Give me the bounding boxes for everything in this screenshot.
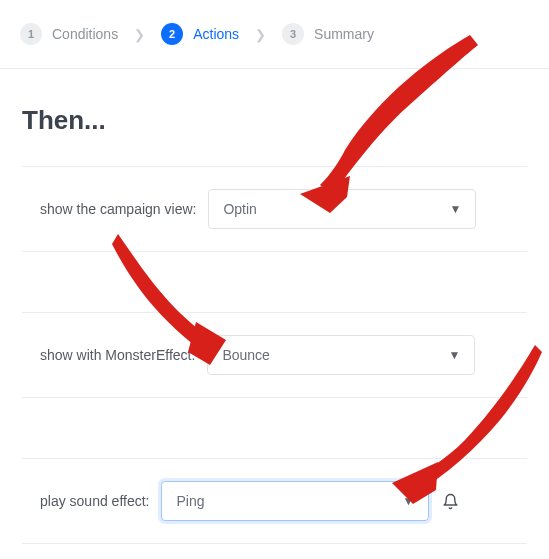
select-value: Ping	[176, 493, 204, 509]
chevron-down-icon: ▼	[403, 494, 415, 508]
select-value: Optin	[223, 201, 256, 217]
page-title: Then...	[22, 105, 527, 136]
step-number-badge: 3	[282, 23, 304, 45]
row-label: show the campaign view:	[40, 201, 196, 217]
stepper: 1 Conditions ❯ 2 Actions ❯ 3 Summary	[0, 0, 549, 68]
campaign-view-select[interactable]: Optin ▼	[208, 189, 476, 229]
action-row-sound-effect: play sound effect: Ping ▼	[22, 458, 527, 544]
actions-panel: Then... show the campaign view: Optin ▼ …	[0, 68, 549, 544]
chevron-right-icon: ❯	[134, 27, 145, 42]
row-label: play sound effect:	[40, 493, 149, 509]
chevron-right-icon: ❯	[255, 27, 266, 42]
monster-effect-select[interactable]: Bounce ▼	[207, 335, 475, 375]
chevron-down-icon: ▼	[448, 348, 460, 362]
row-label: show with MonsterEffect:	[40, 347, 195, 363]
step-label: Summary	[314, 26, 374, 42]
step-number-badge: 2	[161, 23, 183, 45]
step-summary[interactable]: 3 Summary	[282, 23, 374, 45]
sound-effect-select[interactable]: Ping ▼	[161, 481, 429, 521]
step-conditions[interactable]: 1 Conditions	[20, 23, 118, 45]
step-actions[interactable]: 2 Actions	[161, 23, 239, 45]
step-label: Conditions	[52, 26, 118, 42]
step-number-badge: 1	[20, 23, 42, 45]
chevron-down-icon: ▼	[450, 202, 462, 216]
action-row-monster-effect: show with MonsterEffect: Bounce ▼	[22, 312, 527, 398]
bell-icon[interactable]	[441, 492, 459, 510]
select-value: Bounce	[222, 347, 269, 363]
step-label: Actions	[193, 26, 239, 42]
action-row-campaign-view: show the campaign view: Optin ▼	[22, 166, 527, 252]
